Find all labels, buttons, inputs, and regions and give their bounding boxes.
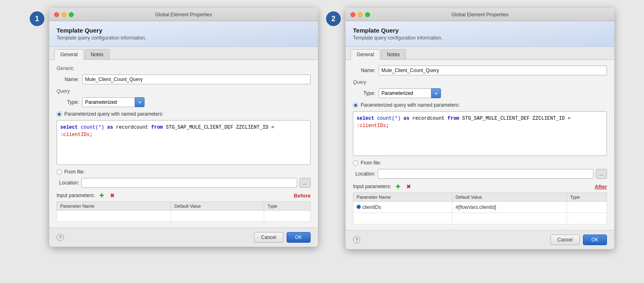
dialog2-tabs: General Notes <box>346 47 614 60</box>
col-header-name-2: Parameter Name <box>353 193 452 202</box>
col-header-default-1: Default Value <box>171 202 264 211</box>
query-editor-1[interactable]: select count(*) as recordcount from STG_… <box>57 120 311 165</box>
param-dot-2-1 <box>357 205 361 209</box>
dialog2-heading: Template Query <box>353 27 607 34</box>
name-row-1: Name: <box>57 75 311 84</box>
cell-1a-type <box>264 211 311 222</box>
cell-1a-default <box>171 211 264 222</box>
col-header-type-2: Type <box>567 193 607 202</box>
ok-btn-1[interactable]: OK <box>287 232 311 243</box>
add-param-btn-2[interactable]: ✚ <box>394 183 402 190</box>
radio-named-dot-2[interactable] <box>353 103 358 108</box>
before-annotation: Before <box>294 193 311 199</box>
cell-2-1-name: clientIDs <box>353 202 452 213</box>
type-label-1: Type: <box>57 99 79 105</box>
select-dropdown-btn-1[interactable]: ▾ <box>135 97 145 107</box>
tab1-general[interactable]: General <box>54 49 84 60</box>
add-param-btn-1[interactable]: ✚ <box>98 192 105 199</box>
generic-section-label: Generic <box>57 66 311 71</box>
col-header-type-1: Type <box>264 202 311 211</box>
minimize-button-1[interactable] <box>61 12 66 17</box>
select-dropdown-btn-2[interactable]: ▾ <box>431 88 441 98</box>
cell-1a-name <box>57 211 171 222</box>
after-annotation: After <box>595 184 607 190</box>
cell-2-2-default <box>452 213 567 224</box>
type-select-2[interactable]: Parameterized <box>379 88 432 98</box>
radio-named-row-2[interactable]: Parameterized query with named parameter… <box>353 102 607 108</box>
dialog1: Global Element Properties Template Query… <box>49 8 318 247</box>
radio-named-label-2: Parameterized query with named parameter… <box>361 102 460 108</box>
location-input-1[interactable] <box>81 178 297 188</box>
params-header-1: Input parameters: ✚ ✖ Before <box>57 192 311 199</box>
dialog1-heading: Template Query <box>57 27 311 34</box>
step1-circle: 1 <box>30 11 44 26</box>
dialog1-footer: ? Cancel OK <box>49 228 318 247</box>
dialog2-wrapper: 2 Global Element Properties Template Que… <box>326 8 614 249</box>
radio-named-row-1[interactable]: Parameterized query with named parameter… <box>57 111 311 117</box>
table-row-2-1: clientIDs #[flowVars.clientId] <box>353 202 607 213</box>
col-header-default-2: Default Value <box>452 193 567 202</box>
dialog2-header: Template Query Template query configurat… <box>346 21 614 47</box>
dialog1-tabs: General Notes <box>49 47 318 60</box>
col-header-name-1: Parameter Name <box>57 202 171 211</box>
name-input-1[interactable] <box>82 75 311 84</box>
table-row-2-2 <box>353 213 607 224</box>
type-row-1: Type: Parameterized ▾ <box>57 97 311 107</box>
type-select-wrap-1: Parameterized ▾ <box>82 97 145 107</box>
name-input-2[interactable] <box>379 66 607 75</box>
radio-file-row-2[interactable]: From file: <box>353 160 607 166</box>
params-label-1: Input parameters: <box>57 193 95 198</box>
query-section-label-1: Query <box>57 88 311 94</box>
close-button-1[interactable] <box>54 12 59 17</box>
dialog2-body: Name: Query Type: Parameterized ▾ Parame… <box>346 60 614 230</box>
cell-2-1-type <box>567 202 607 213</box>
radio-file-row-1[interactable]: From file: <box>57 169 311 175</box>
type-label-2: Type: <box>353 90 375 96</box>
radio-file-label-2: From file: <box>361 160 381 166</box>
radio-named-dot-1[interactable] <box>57 112 62 117</box>
close-button-2[interactable] <box>350 12 355 17</box>
minimize-button-2[interactable] <box>358 12 363 17</box>
location-input-2[interactable] <box>378 169 594 179</box>
tab2-general[interactable]: General <box>350 49 380 60</box>
tab1-notes[interactable]: Notes <box>85 49 110 59</box>
radio-file-dot-2[interactable] <box>353 160 358 166</box>
browse-btn-1[interactable]: ... <box>300 178 311 188</box>
cell-2-2-type <box>567 213 607 224</box>
ok-btn-2[interactable]: OK <box>583 235 607 245</box>
type-row-2: Type: Parameterized ▾ <box>353 88 607 98</box>
help-btn-1[interactable]: ? <box>57 234 64 241</box>
cancel-btn-1[interactable]: Cancel <box>254 232 283 243</box>
type-select-1[interactable]: Parameterized <box>82 97 135 107</box>
tab2-notes[interactable]: Notes <box>381 49 406 59</box>
dialog2: Global Element Properties Template Query… <box>346 8 614 249</box>
maximize-button-1[interactable] <box>69 12 74 17</box>
dialog1-body: Generic Name: Query Type: Parameterized … <box>49 60 318 228</box>
browse-btn-2[interactable]: ... <box>596 169 607 179</box>
dialog2-footer: ? Cancel OK <box>346 230 614 249</box>
cancel-btn-2[interactable]: Cancel <box>550 235 579 245</box>
type-select-wrap-2: Parameterized ▾ <box>379 88 441 98</box>
radio-named-label-1: Parameterized query with named parameter… <box>64 111 163 117</box>
dialog1-title: Global Element Properties <box>155 12 212 18</box>
empty-row-1a <box>57 211 311 222</box>
params-header-2: Input parameters: ✚ ✖ After <box>353 183 607 190</box>
dialog2-subtitle: Template query configuration information… <box>353 35 607 41</box>
dialog2-titlebar: Global Element Properties <box>346 8 614 21</box>
radio-file-dot-1[interactable] <box>57 169 62 175</box>
del-param-btn-2[interactable]: ✖ <box>405 183 412 190</box>
name-row-2: Name: <box>353 66 607 75</box>
window-controls-2 <box>350 12 370 17</box>
location-row-2: Location: ... <box>353 169 607 179</box>
cell-2-2-name <box>353 213 452 224</box>
del-param-btn-1[interactable]: ✖ <box>109 192 116 199</box>
params-table-2: Parameter Name Default Value Type client… <box>353 193 607 224</box>
query-editor-2[interactable]: select count(*) as recordcount from STG_… <box>353 111 607 156</box>
params-table-1: Parameter Name Default Value Type <box>57 202 311 222</box>
name-label-1: Name: <box>57 77 79 82</box>
dialog1-subtitle: Template query configuration information… <box>57 35 311 41</box>
radio-file-label-1: From file: <box>64 169 85 175</box>
maximize-button-2[interactable] <box>365 12 370 17</box>
help-btn-2[interactable]: ? <box>353 236 360 244</box>
dialog2-title: Global Element Properties <box>451 12 508 18</box>
